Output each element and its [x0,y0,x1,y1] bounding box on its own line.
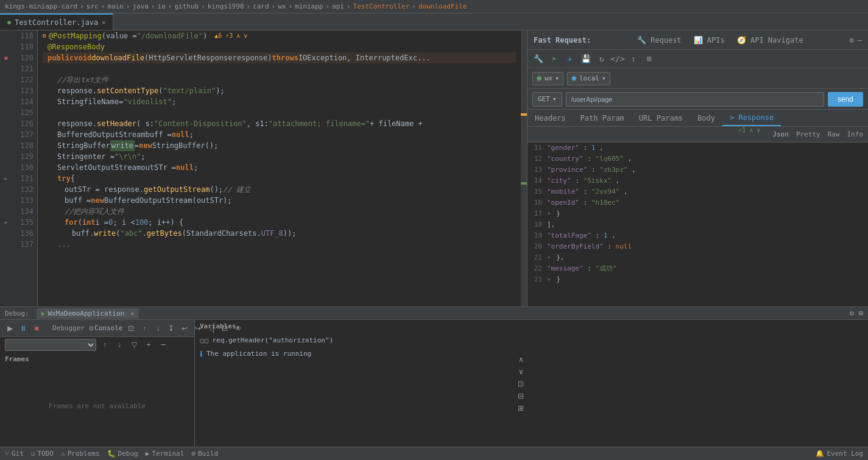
wrench-icon[interactable]: 🔧 [532,53,545,65]
tab-testcontroller[interactable]: ● TestController.java ✕ [0,13,113,30]
frame-select[interactable] [5,339,96,351]
console-icon: ⊡ [90,325,93,331]
breadcrumb-item[interactable]: kings-miniapp-card [5,2,77,10]
editor-right-layout: ● ▶ ▶ 118 119 120 121 122 123 [0,30,868,306]
breadcrumb-item[interactable]: io [158,2,166,10]
fr-toolbar: 🔧 ➤ ✈ 💾 ↻ </> ⇪ ⊞ [528,50,868,68]
code-icon[interactable]: </> [612,53,624,65]
breadcrumb-item[interactable]: miniapp [295,2,323,10]
status-debug[interactable]: 🐛 Debug [107,450,138,458]
debugger-tab[interactable]: Debugger [52,324,85,332]
method-select[interactable]: GET ▾ [532,92,562,107]
status-build[interactable]: ⚙ Build [191,450,218,458]
response-tab-raw[interactable]: Raw [828,127,840,142]
code-line-134: //把内容写入文件 [43,206,516,217]
settings-icon[interactable]: ⚙ [850,36,854,44]
tab-headers[interactable]: Headers [528,110,573,126]
fold-indicator[interactable]: ▶ [0,217,12,228]
debug-pause-btn[interactable]: ⏸ [17,322,29,334]
filter-btn[interactable]: ⊡ [125,322,137,334]
fr-tab-apis[interactable]: 📊 APIs [690,35,729,46]
json-line-20: 20 "orderByField" : null [528,241,868,252]
breadcrumb-item[interactable]: kings1990 [208,2,244,10]
filter-frames-btn[interactable]: ▽ [128,339,140,351]
add-btn[interactable]: + [143,339,155,351]
response-tab-info[interactable]: Info [847,127,864,142]
console-tab-item[interactable]: ⊡ Console [90,324,122,332]
up-btn[interactable]: ↑ [138,322,150,334]
breadcrumb-item[interactable]: github [174,2,199,10]
tab-response[interactable]: > Response [722,110,781,126]
breadcrumb-item-method[interactable]: downloadFile [418,2,467,10]
debug-toolbar: ▶ ⏸ ■ Debugger ⊡ Console ⊡ ↑ ↓ ↧ ↩ ↪ ↓| … [0,320,194,337]
request-icon: 🔧 [637,36,646,44]
status-bar: ⑂ Git ☑ TODO ⚠ Problems 🐛 Debug ▶ Termin… [0,447,868,460]
tab-url-params[interactable]: URL Params [632,110,690,126]
status-git[interactable]: ⑂ Git [5,450,24,458]
breadcrumb-item[interactable]: api [332,2,344,10]
profile-select[interactable]: ⬟ local ▾ [567,72,610,85]
debug-layout-icon[interactable]: ⊞ [859,309,863,317]
breadcrumb-item[interactable]: main [107,2,124,10]
arrow-right-icon[interactable]: ➤ [548,53,560,65]
subtract-btn[interactable]: − [157,339,169,351]
response-tab-pretty[interactable]: Pretty [796,127,820,142]
tab-body[interactable]: Body [690,110,722,126]
gutter-line [0,118,12,129]
code-line-137: ... [43,239,516,250]
copy-btn[interactable]: ⊟ [515,390,527,402]
code-line-122: //导出txt文件 [43,74,516,85]
send-button[interactable]: send [828,92,863,107]
breadcrumb-item[interactable]: java [132,2,149,10]
terminal-icon: ▶ [146,450,150,458]
event-log-icon: 🔔 [816,450,824,458]
page-btn[interactable]: ⊡ [515,378,527,390]
tab-path-param[interactable]: Path Param [573,110,632,126]
json-line-19: 19 "totalPage" : 1 , [528,230,868,241]
minimize-icon[interactable]: — [858,36,862,44]
frame-down-btn[interactable]: ↓ [113,339,125,351]
step-over-btn[interactable]: ↩ [178,322,191,334]
line-numbers: 118 119 120 121 122 123 124 125 126 127 … [12,30,38,306]
status-event-log[interactable]: 🔔 Event Log [816,450,863,458]
build-icon: ⚙ [191,450,196,458]
refresh-icon[interactable]: ↻ [596,53,608,65]
save-icon[interactable]: 💾 [580,53,592,65]
status-problems[interactable]: ⚠ Problems [61,450,100,458]
debug-resume-btn[interactable]: ▶ [4,322,16,334]
status-todo[interactable]: ☑ TODO [31,450,54,458]
debug-tab-close[interactable]: ✕ [130,310,134,317]
link-btn[interactable]: ⊞ [515,402,527,414]
share-icon[interactable]: ⇪ [627,53,640,65]
breadcrumb-item[interactable]: card [253,2,269,10]
plane-icon[interactable]: ✈ [564,53,576,65]
breadcrumb-item-controller[interactable]: TestController [353,2,410,10]
status-terminal[interactable]: ▶ Terminal [146,450,185,458]
env-select[interactable]: ⬟ wx ▾ [532,72,563,85]
fast-request-tabs: 🔧 Request 📊 APIs 🧭 API Navigate [633,35,807,46]
scroll-up-btn[interactable]: ∧ [515,353,527,366]
fr-tab-request[interactable]: 🔧 Request [633,35,685,46]
gutter-line [0,228,12,239]
grid-icon[interactable]: ⊞ [643,53,655,65]
debug-settings-icon[interactable]: ⚙ [850,309,854,317]
response-tab-json[interactable]: Json [772,127,789,142]
breadcrumb-item[interactable]: src [86,2,99,10]
frame-up-btn[interactable]: ↑ [99,339,111,351]
fr-tab-navigate[interactable]: 🧭 API Navigate [733,35,807,46]
url-input[interactable] [566,92,824,107]
breakpoint-indicator[interactable]: ● [0,52,12,63]
step-out-btn[interactable]: ↧ [165,322,177,334]
object-icon: ○○ [200,335,208,346]
code-line-124: String fileName= "videolist" ; [43,96,516,107]
breadcrumb-item[interactable]: wx [278,2,286,10]
debug-stop-btn[interactable]: ■ [30,322,43,334]
tab-close-button[interactable]: ✕ [102,19,105,26]
fold-indicator[interactable]: ▶ [0,173,12,184]
down-btn[interactable]: ↓ [152,322,164,334]
code-line-136: buff. write ( "abc" . getBytes (Standard… [43,228,516,239]
debug-app-tab[interactable]: ▶ WxMaDemoApplication ✕ [37,308,139,319]
scroll-down-btn[interactable]: ∨ [515,366,527,378]
frame-select-bar: ↑ ↓ ▽ + − [0,337,194,353]
scroll-gutter[interactable] [521,30,527,306]
